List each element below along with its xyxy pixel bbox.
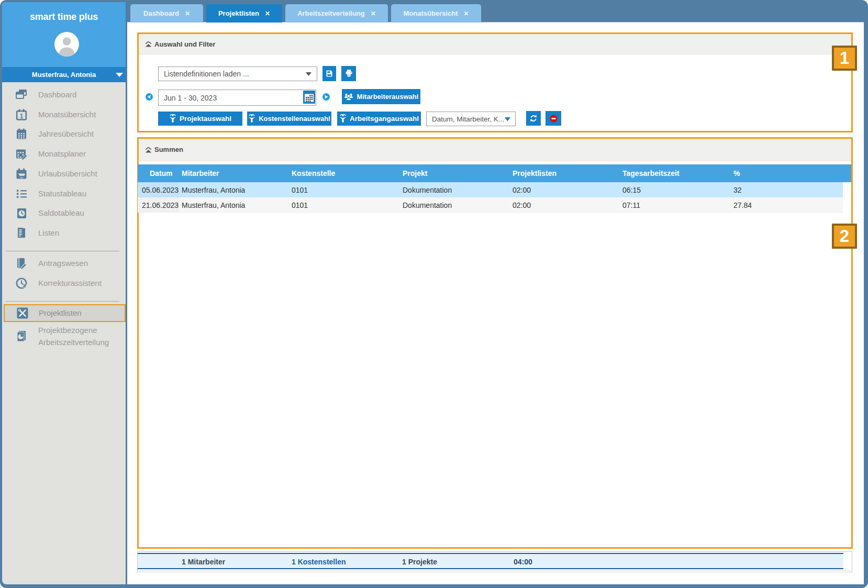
svg-text:1: 1 (20, 112, 24, 119)
